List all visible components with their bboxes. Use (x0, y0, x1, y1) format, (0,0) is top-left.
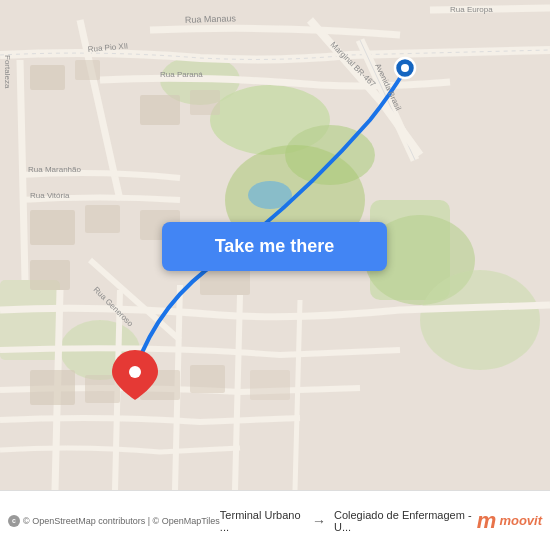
svg-text:Rua Europa: Rua Europa (450, 5, 493, 14)
svg-text:Rua Vitória: Rua Vitória (30, 191, 70, 200)
moovit-brand-text: moovit (499, 513, 542, 528)
svg-text:Fortaleza: Fortaleza (3, 55, 12, 89)
svg-text:Rua Manaus: Rua Manaus (185, 13, 237, 25)
route-info: Terminal Urbano ... → Colegiado de Enfer… (220, 509, 477, 533)
route-to-label: Colegiado de Enfermagem - U... (334, 509, 477, 533)
svg-text:Rua Maranhão: Rua Maranhão (28, 165, 81, 174)
svg-text:Rua Paraná: Rua Paraná (160, 70, 203, 79)
attribution-text: © OpenStreetMap contributors | © OpenMap… (23, 516, 220, 526)
svg-rect-16 (85, 205, 120, 233)
map-attribution: c © OpenStreetMap contributors | © OpenM… (8, 515, 220, 527)
moovit-logo: m moovit (477, 508, 542, 534)
svg-point-38 (129, 366, 141, 378)
attribution-circle: c (8, 515, 20, 527)
svg-rect-13 (140, 95, 180, 125)
svg-rect-24 (250, 370, 290, 400)
bottom-bar: c © OpenStreetMap contributors | © OpenM… (0, 490, 550, 550)
map-area: Rua Manaus Rua Pio XII Rua Paraná Rua Ma… (0, 0, 550, 490)
moovit-icon: m (477, 508, 497, 534)
svg-rect-18 (30, 260, 70, 290)
svg-rect-14 (190, 90, 220, 115)
route-arrow: → (312, 513, 326, 529)
route-from-label: Terminal Urbano ... (220, 509, 304, 533)
svg-rect-12 (75, 60, 100, 80)
svg-rect-23 (190, 365, 225, 393)
svg-point-36 (401, 64, 409, 72)
app-container: Rua Manaus Rua Pio XII Rua Paraná Rua Ma… (0, 0, 550, 550)
take-me-there-button[interactable]: Take me there (162, 222, 387, 271)
svg-rect-20 (30, 370, 75, 405)
svg-rect-11 (30, 65, 65, 90)
svg-point-6 (420, 270, 540, 370)
svg-rect-15 (30, 210, 75, 245)
